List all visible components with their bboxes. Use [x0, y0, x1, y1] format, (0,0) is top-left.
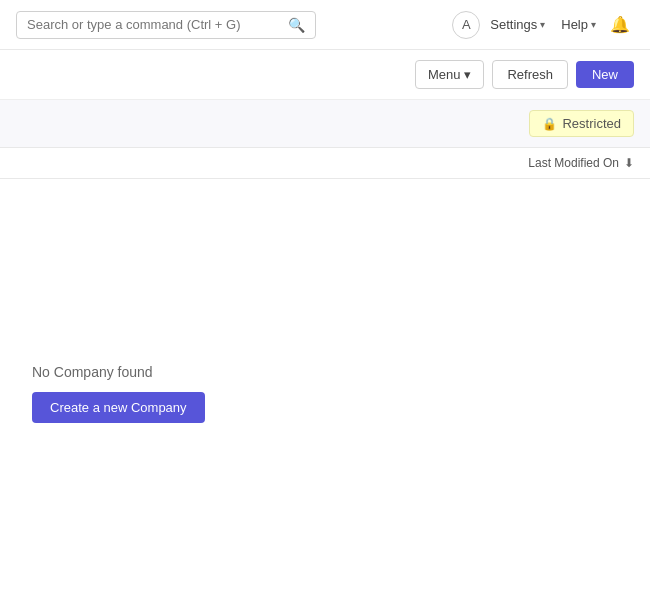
empty-state: No Company found Create a new Company [16, 348, 221, 439]
new-button[interactable]: New [576, 61, 634, 88]
refresh-button[interactable]: Refresh [492, 60, 568, 89]
column-headers: Last Modified On ⬇ [0, 148, 650, 179]
toolbar: Menu ▾ Refresh New [0, 50, 650, 100]
new-label: New [592, 67, 618, 82]
menu-button[interactable]: Menu ▾ [415, 60, 485, 89]
create-label: Create a new Company [50, 400, 187, 415]
restricted-badge[interactable]: 🔒 Restricted [529, 110, 634, 137]
lock-icon: 🔒 [542, 117, 557, 131]
create-new-company-button[interactable]: Create a new Company [32, 392, 205, 423]
content-area: No Company found Create a new Company [0, 179, 650, 479]
sort-down-icon: ⬇ [624, 156, 634, 170]
search-container[interactable]: 🔍 [16, 11, 316, 39]
help-button[interactable]: Help ▾ [555, 13, 602, 36]
avatar: A [452, 11, 480, 39]
notification-bell-icon[interactable]: 🔔 [606, 11, 634, 38]
last-modified-label: Last Modified On [528, 156, 619, 170]
search-input[interactable] [27, 17, 284, 32]
nav-right: A Settings ▾ Help ▾ 🔔 [452, 11, 634, 39]
settings-label: Settings [490, 17, 537, 32]
settings-chevron-icon: ▾ [540, 19, 545, 30]
refresh-label: Refresh [507, 67, 553, 82]
menu-chevron-icon: ▾ [464, 67, 471, 82]
last-modified-column-header[interactable]: Last Modified On ⬇ [528, 156, 634, 170]
restricted-label: Restricted [562, 116, 621, 131]
no-record-text: No Company found [32, 364, 153, 380]
top-nav: 🔍 A Settings ▾ Help ▾ 🔔 [0, 0, 650, 50]
filter-row: 🔒 Restricted [0, 100, 650, 148]
settings-button[interactable]: Settings ▾ [484, 13, 551, 36]
menu-label: Menu [428, 67, 461, 82]
search-icon: 🔍 [288, 17, 305, 33]
help-label: Help [561, 17, 588, 32]
help-chevron-icon: ▾ [591, 19, 596, 30]
